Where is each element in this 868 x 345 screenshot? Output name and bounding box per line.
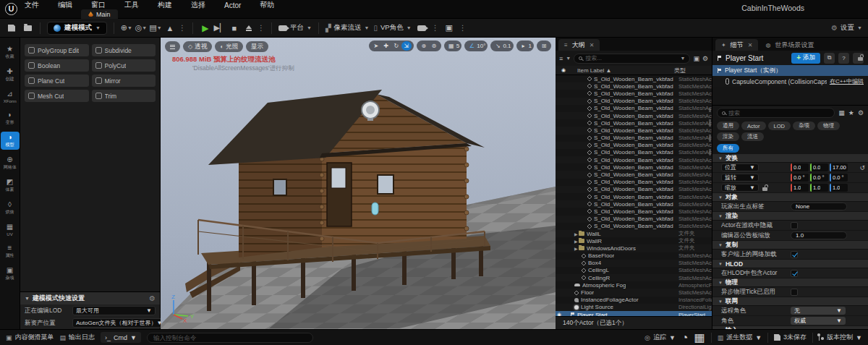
rail-item-网格体[interactable]: ⊕网格体 — [1, 154, 20, 172]
checkbox-客户端上的网络加载[interactable] — [791, 251, 798, 258]
tab-outliner[interactable]: ≡ 大纲 ✕ — [558, 39, 600, 51]
tool-button-subdivide[interactable]: Subdivide — [92, 44, 156, 56]
close-icon[interactable]: ✕ — [590, 42, 595, 48]
tool-button-polygroup-edit[interactable]: PolyGroup Edit — [25, 44, 89, 56]
outliner-row[interactable]: FloorStaticMeshActo — [556, 289, 712, 296]
outliner-row[interactable]: S_Old_Wooden_Beam_vkbfadStaticMeshActo — [556, 223, 712, 230]
outliner-row[interactable]: S_Old_Wooden_Beam_vkbfadStaticMeshActo — [556, 156, 712, 163]
tool-button-trim[interactable]: Trim — [92, 90, 156, 102]
play-button[interactable]: ▶ — [200, 22, 211, 34]
menu-item-Actor[interactable]: Actor — [224, 1, 241, 9]
scale-snap-toggle[interactable]: ↘ — [493, 41, 503, 51]
outliner-row[interactable]: S_Old_Wooden_Beam_vkbfadStaticMeshActo — [556, 163, 712, 171]
tool-button-polycut[interactable]: PolyCut — [92, 59, 156, 72]
quick-setting-dropdown[interactable]: AutoGen文件夹（相对于世界）▼ — [72, 318, 166, 328]
scale-tool-button[interactable]: ⇲ — [401, 41, 412, 51]
filter-chip-通用[interactable]: 通用 — [717, 122, 739, 130]
filter-chip-LOD[interactable]: LOD — [768, 122, 791, 130]
rail-item-XForm[interactable]: ⊿XForm — [1, 88, 20, 105]
tool-button-plane-cut[interactable]: Plane Cut — [25, 74, 89, 87]
rail-item-变形[interactable]: ◗变形 — [1, 109, 20, 127]
overflow-menu-icon[interactable]: ⋮ — [179, 24, 186, 32]
settings-dropdown[interactable]: ⚙ 设置 ▼ — [831, 23, 862, 33]
rail-item-杂项[interactable]: ▣杂项 — [1, 265, 20, 283]
outliner-row[interactable]: S_Old_Wooden_Beam_vkbfadStaticMeshActo — [556, 193, 712, 200]
outliner-row[interactable]: S_Old_Wooden_Beam_vkbfadStaticMeshActo — [556, 135, 712, 142]
vector-value-field[interactable]: 0.0 ° — [810, 174, 828, 182]
show-flags-button[interactable]: 显示 — [246, 41, 268, 52]
filter-icon[interactable]: ≡ — [559, 55, 563, 62]
rail-item-模型[interactable]: ◑模型 — [1, 132, 20, 150]
outliner-row[interactable]: S_Old_Wooden_Beam_vkbfadStaticMeshActo — [556, 142, 712, 149]
outliner-row[interactable]: S_Old_Wooden_Beam_vkbfadStaticMeshActo — [556, 127, 712, 134]
property-dropdown-位置[interactable]: 位置▼ — [721, 163, 759, 171]
rail-item-收藏[interactable]: ★收藏 — [1, 43, 20, 61]
angle-snap-value[interactable]: 10° — [477, 43, 485, 49]
tool-button-mirror[interactable]: Mirror — [92, 74, 156, 87]
filter-chip-流送[interactable]: 流送 — [741, 132, 764, 141]
outliner-row[interactable]: Box4StaticMeshActo — [556, 260, 712, 267]
input-编辑器公告板缩放[interactable]: 1.0 — [791, 231, 847, 239]
outliner-row[interactable]: ▶WallL文件夹 — [556, 230, 712, 237]
landscape-button[interactable]: ▲ — [164, 22, 176, 34]
chevron-down-icon[interactable]: ▼ — [566, 56, 571, 61]
tool-button-mesh-cut[interactable]: Mesh Cut — [25, 90, 89, 102]
quick-setting-dropdown[interactable]: 最大可用▼ — [72, 306, 156, 315]
menu-item-帮助[interactable]: 帮助 — [260, 0, 274, 10]
lock-button[interactable] — [853, 53, 864, 64]
component-row-player-start-instance[interactable]: Player Start（实例） — [712, 65, 868, 76]
filter-chip-Actor[interactable]: Actor — [741, 122, 766, 130]
vector-value-field[interactable]: 1.0 — [791, 184, 809, 192]
tab-world-settings[interactable]: ◍ 世界场景设置 — [760, 39, 820, 51]
outliner-row[interactable]: ◉Player StartPlayerStart — [556, 311, 712, 316]
filter-chip-物理[interactable]: 物理 — [817, 122, 840, 130]
play-options-icon[interactable]: ⋮ — [258, 24, 265, 32]
viewport-options-button[interactable] — [165, 41, 180, 52]
property-dropdown-旋转[interactable]: 旋转▼ — [721, 174, 759, 182]
input-玩家出生点标签[interactable]: None — [791, 203, 847, 210]
rail-item-创建[interactable]: ✚创建 — [1, 66, 20, 84]
select-tool-button[interactable]: ➤ — [371, 41, 381, 51]
cinematics-button[interactable]: ▤▼ — [150, 22, 161, 34]
capture-options-icon[interactable]: ⋮ — [459, 24, 467, 32]
checkbox-异步物理Tick已启用[interactable] — [791, 289, 798, 296]
reset-to-default-icon[interactable]: ↺ — [859, 164, 865, 171]
dropdown-角色[interactable]: 权威▼ — [791, 317, 846, 325]
section-header-对象[interactable]: ▼对象 — [712, 193, 868, 202]
filter-chip-渲染[interactable]: 渲染 — [717, 132, 739, 141]
outliner-row[interactable]: ▶WallR文件夹 — [556, 237, 712, 244]
eject-button[interactable] — [243, 22, 255, 34]
perspective-button[interactable]: ◇透视 — [183, 41, 212, 52]
vector-value-field[interactable]: 0.0 — [791, 163, 809, 171]
derived-data-dropdown[interactable]: ▥ 派生数据 ▼ — [718, 333, 762, 342]
outliner-row[interactable]: S_Old_Wooden_Beam_vkbfadStaticMeshActo — [556, 105, 712, 112]
editor-mode-dropdown[interactable]: 建模模式 ▼ — [47, 22, 107, 35]
section-header-变换[interactable]: ▼变换 — [712, 154, 868, 163]
camera-options-icon[interactable]: ⋮ — [432, 24, 439, 32]
section-header-HLOD[interactable]: ▼HLOD — [712, 260, 868, 268]
outliner-row[interactable]: S_Old_Wooden_Beam_vkbfadStaticMeshActo — [556, 200, 712, 208]
new-folder-icon[interactable]: ▣ — [693, 55, 699, 62]
menu-item-文件[interactable]: 文件 — [25, 0, 39, 10]
details-search[interactable] — [717, 108, 835, 118]
vector-value-field[interactable]: 0.0 ° — [791, 174, 809, 182]
outliner-search-input[interactable] — [585, 55, 677, 61]
favorites-icon[interactable]: ★ — [848, 109, 854, 116]
maximize-viewport-button[interactable]: ⊞ — [539, 41, 549, 51]
outliner-column-headers[interactable]: ◉ Item Label ▲ 类型 — [556, 66, 712, 75]
gear-icon[interactable]: ⚙ — [702, 55, 708, 62]
tab-details[interactable]: ✦ 细节 ✕ — [715, 39, 758, 51]
section-header-渲染[interactable]: ▼渲染 — [712, 212, 868, 221]
property-dropdown-缩放[interactable]: 缩放▼ — [721, 184, 759, 192]
chevron-down-icon[interactable]: ▼ — [680, 56, 685, 61]
outliner-row[interactable]: CellingRStaticMeshActo — [556, 274, 712, 281]
checkbox-Actor在游戏中隐藏[interactable] — [791, 222, 798, 229]
add-component-button[interactable]: + 添加 — [791, 53, 820, 64]
outliner-row[interactable]: S_Old_Wooden_Beam_vkbfadStaticMeshActo — [556, 149, 712, 156]
quick-settings-header[interactable]: ▼ 建模模式快速设置 ⚙ — [20, 292, 160, 304]
checkbox-在HLOD中包含Actor[interactable] — [791, 270, 798, 277]
skip-button[interactable]: ▶▏ — [214, 22, 226, 34]
outliner-row[interactable]: BaseFloorStaticMeshActo — [556, 252, 712, 260]
grid-snap-value[interactable]: 5 — [456, 43, 459, 49]
world-space-toggle[interactable]: ⊕ — [419, 41, 429, 51]
